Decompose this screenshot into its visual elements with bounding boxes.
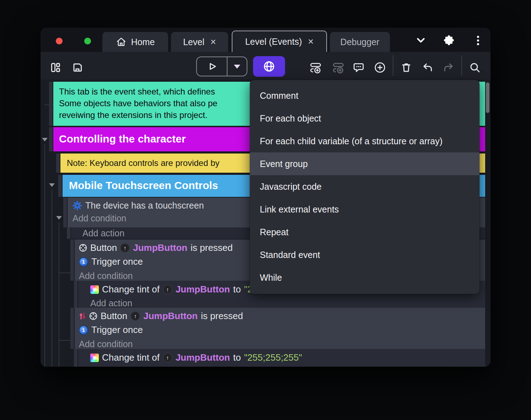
object-name: JumpButton (176, 284, 230, 295)
gdevelop-window: Home Level × Level (Events) × Debugger (41, 28, 490, 367)
menu-item-javascript-code[interactable]: Javascript code (250, 175, 479, 198)
object-thumbnail-up-arrow-icon: ↑ (130, 311, 140, 321)
add-action-link[interactable]: Add action (82, 228, 124, 238)
menu-item-link-external-events[interactable]: Link external events (250, 198, 479, 221)
condition-prefix: Button (90, 242, 117, 253)
gamepad-button-icon (89, 312, 97, 320)
traffic-light-zoom[interactable] (84, 38, 91, 44)
comment-line: Note: Keyboard controls are provided by (67, 158, 220, 168)
object-thumbnail-up-arrow-icon: ↑ (163, 353, 172, 362)
menu-item-comment[interactable]: Comment (250, 84, 479, 107)
tab-home[interactable]: Home (102, 32, 168, 52)
run-options-caret[interactable] (227, 57, 247, 76)
add-comment-icon[interactable] (351, 60, 366, 75)
object-name: JumpButton (143, 311, 198, 322)
chevron-down-icon[interactable] (413, 33, 429, 48)
home-icon (116, 37, 127, 47)
tab-label: Level (183, 37, 204, 47)
tab-label: Level (Events) (245, 37, 302, 47)
redo-icon[interactable] (441, 60, 456, 75)
save-icon[interactable] (70, 60, 85, 75)
tab-level-events[interactable]: Level (Events) × (232, 31, 327, 52)
toolbar-divider (461, 55, 462, 76)
object-thumbnail-up-arrow-icon: ↑ (163, 285, 172, 294)
play-button[interactable] (197, 57, 227, 76)
tab-debugger[interactable]: Debugger (330, 32, 390, 52)
vertical-scrollbar-thumb[interactable] (486, 82, 489, 113)
action-to: to (233, 284, 241, 295)
search-icon[interactable] (467, 60, 483, 75)
action-prefix: Change tint of (102, 352, 160, 363)
tree-line (44, 144, 45, 367)
toolbar (41, 52, 490, 80)
add-action-link[interactable]: Add action (90, 298, 485, 308)
close-icon[interactable]: × (308, 37, 314, 47)
color-tint-icon (90, 354, 99, 362)
add-action-link[interactable]: Add action (90, 366, 485, 367)
close-icon[interactable]: × (210, 37, 216, 47)
add-event-icon[interactable] (308, 60, 323, 75)
menu-item-while[interactable]: While (250, 266, 479, 289)
add-circle-icon[interactable] (372, 60, 388, 75)
condition-text: The device has a touchscreen (85, 200, 204, 211)
traffic-light-close[interactable] (56, 38, 63, 44)
condition-suffix: is pressed (191, 242, 233, 253)
undo-icon[interactable] (420, 60, 435, 75)
menu-item-for-each-object[interactable]: For each object (250, 107, 479, 130)
group-title: Controlling the character (59, 133, 186, 145)
panel-layout-icon[interactable] (48, 60, 63, 75)
color-tint-icon (90, 285, 99, 294)
add-condition-link[interactable]: Add condition (79, 339, 485, 349)
collapse-arrow[interactable] (49, 183, 55, 187)
tree-line (52, 190, 52, 367)
event-jumpbutton-pressed-inverted[interactable]: Button ↑ JumpButton is pressed 1 Trigger… (75, 308, 485, 349)
menu-item-event-group[interactable]: Event group (250, 152, 479, 175)
add-event-context-menu: Comment For each object For each child v… (250, 80, 479, 294)
menu-item-standard-event[interactable]: Standard event (250, 243, 479, 266)
object-thumbnail-up-arrow-icon: ↑ (120, 243, 130, 253)
collapse-arrow[interactable] (56, 216, 62, 220)
preview-web-button[interactable] (253, 56, 285, 77)
gear-icon (73, 201, 82, 210)
globe-icon (263, 60, 275, 73)
add-subevent-icon[interactable] (331, 60, 346, 75)
extensions-puzzle-icon[interactable] (441, 33, 457, 48)
condition-prefix: Button (101, 311, 127, 322)
action-to: to (233, 352, 241, 363)
trigger-once-icon: 1 (79, 257, 88, 266)
menu-item-repeat[interactable]: Repeat (250, 221, 479, 243)
object-name: JumpButton (176, 352, 230, 363)
tab-level[interactable]: Level × (171, 32, 228, 52)
tab-bar: Home Level × Level (Events) × Debugger (41, 28, 490, 52)
trigger-once-text: Trigger once (91, 256, 143, 267)
trigger-once-icon: 1 (79, 325, 88, 335)
trigger-once-text: Trigger once (91, 324, 143, 335)
gamepad-button-icon (79, 244, 87, 252)
toolbar-divider (393, 55, 393, 76)
tab-label: Home (131, 37, 155, 47)
delete-icon[interactable] (398, 60, 414, 75)
action-prefix: Change tint of (102, 284, 160, 295)
condition-suffix: is pressed (201, 311, 243, 322)
action-value: "255;255;255" (244, 352, 302, 363)
group-title: Mobile Touchscreen Controls (69, 179, 218, 191)
object-name: JumpButton (133, 242, 187, 253)
tab-label: Debugger (340, 37, 380, 47)
preview-split-button (196, 56, 247, 76)
invert-condition-icon (79, 312, 86, 320)
desktop-background: Home Level × Level (Events) × Debugger (0, 0, 531, 420)
menu-item-for-each-child-variable[interactable]: For each child variable (of a structure … (250, 130, 479, 152)
caret-down-icon (234, 65, 240, 69)
collapse-arrow[interactable] (42, 138, 48, 141)
overflow-menu-icon[interactable] (470, 33, 486, 48)
tree-line (59, 222, 59, 367)
action-change-tint[interactable]: Change tint of ↑ JumpButton to "255;255;… (78, 349, 485, 367)
